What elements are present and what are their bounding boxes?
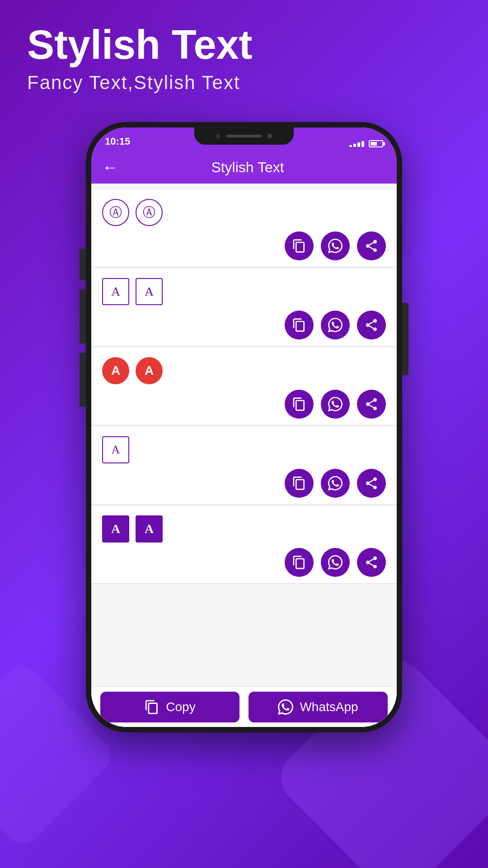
action-row-3: [102, 390, 386, 419]
notch-speaker: [216, 134, 221, 138]
battery-icon: [369, 140, 383, 147]
copy-icon-5: [292, 555, 306, 570]
share-btn-3[interactable]: [357, 390, 386, 419]
copy-icon-3: [292, 397, 306, 411]
whatsapp-btn-1[interactable]: [321, 231, 350, 260]
app-title: Stylish Text: [27, 23, 252, 67]
whatsapp-bottom-label: WhatsApp: [300, 700, 358, 714]
phone-mockup: 10:15 ←: [86, 122, 402, 732]
signal-bar-4: [361, 141, 364, 147]
copy-btn-3[interactable]: [285, 390, 314, 419]
style-text-row-2: A A: [102, 278, 386, 305]
share-icon-4: [364, 476, 379, 491]
copy-bottom-icon: [144, 699, 160, 715]
whatsapp-btn-4[interactable]: [321, 469, 350, 498]
phone-outer: 10:15 ←: [86, 122, 402, 732]
copy-icon-4: [292, 476, 306, 491]
whatsapp-icon-3: [328, 397, 343, 411]
status-icons: [349, 140, 383, 147]
letter-display-2b: A: [136, 278, 163, 305]
style-text-row-3: A A: [102, 357, 386, 384]
whatsapp-btn-3[interactable]: [321, 390, 350, 419]
signal-bar-2: [353, 144, 356, 147]
copy-bottom-label: Copy: [166, 700, 195, 714]
battery-fill: [371, 142, 377, 146]
action-row-4: [102, 469, 386, 498]
letter-display-1a: Ⓐ: [102, 199, 129, 226]
side-button-mute: [80, 249, 86, 280]
style-text-row-1: Ⓐ Ⓐ: [102, 199, 386, 226]
whatsapp-bottom-icon: [278, 699, 293, 715]
copy-btn-1[interactable]: [285, 231, 314, 260]
share-icon-5: [364, 555, 379, 570]
letter-display-4a: A: [102, 436, 129, 463]
side-button-power: [402, 303, 408, 375]
copy-btn-4[interactable]: [285, 469, 314, 498]
share-btn-2[interactable]: [357, 311, 386, 340]
copy-icon-2: [292, 318, 306, 332]
style-row-3: A A: [91, 348, 397, 425]
letter-display-3b: A: [136, 357, 163, 384]
action-row-1: [102, 231, 386, 260]
whatsapp-bottom-btn[interactable]: WhatsApp: [249, 692, 388, 722]
action-row-2: [102, 311, 386, 340]
letter-display-5b: A: [136, 515, 163, 542]
letter-display-2a: A: [102, 278, 129, 305]
share-btn-1[interactable]: [357, 231, 386, 260]
whatsapp-btn-2[interactable]: [321, 311, 350, 340]
style-text-row-5: A A: [102, 515, 386, 542]
status-time: 10:15: [105, 136, 130, 147]
whatsapp-icon-2: [328, 318, 343, 332]
phone-screen: 10:15 ←: [91, 127, 397, 727]
notch-bar: [226, 135, 262, 137]
side-button-vol-down: [80, 353, 86, 407]
whatsapp-icon-5: [328, 555, 343, 570]
share-icon-3: [364, 397, 379, 411]
back-button[interactable]: ←: [102, 158, 118, 177]
content-area: Ⓐ Ⓐ: [91, 184, 397, 727]
bottom-bar: Copy WhatsApp: [91, 686, 397, 727]
share-btn-5[interactable]: [357, 548, 386, 577]
share-icon-1: [364, 239, 379, 253]
letter-display-3a: A: [102, 357, 129, 384]
notch-camera: [267, 134, 272, 138]
phone-notch: [194, 127, 294, 145]
whatsapp-icon-1: [328, 239, 343, 253]
side-button-vol-up: [80, 289, 86, 344]
style-text-row-4: A: [102, 436, 386, 463]
style-row-1: Ⓐ Ⓐ: [91, 190, 397, 267]
copy-bottom-btn[interactable]: Copy: [100, 692, 239, 722]
style-row-5: A A: [91, 506, 397, 584]
style-row-4: A: [91, 427, 397, 505]
signal-bars: [349, 141, 364, 147]
phone-content: 10:15 ←: [91, 127, 397, 727]
style-row-2: A A: [91, 269, 397, 346]
app-bar: ← Stylish Text: [91, 151, 397, 184]
app-header-area: Stylish Text Fancy Text,Stylish Text: [27, 23, 252, 94]
signal-bar-3: [357, 142, 360, 147]
letter-display-1b: Ⓐ: [136, 199, 163, 226]
signal-bar-1: [349, 145, 352, 147]
app-bar-title: Stylish Text: [127, 159, 368, 176]
whatsapp-icon-4: [328, 476, 343, 491]
share-icon-2: [364, 318, 379, 332]
app-subtitle: Fancy Text,Stylish Text: [27, 72, 252, 94]
copy-btn-5[interactable]: [285, 548, 314, 577]
action-row-5: [102, 548, 386, 577]
whatsapp-btn-5[interactable]: [321, 548, 350, 577]
share-btn-4[interactable]: [357, 469, 386, 498]
letter-display-5a: A: [102, 515, 129, 542]
copy-btn-2[interactable]: [285, 311, 314, 340]
copy-icon-1: [292, 239, 306, 253]
